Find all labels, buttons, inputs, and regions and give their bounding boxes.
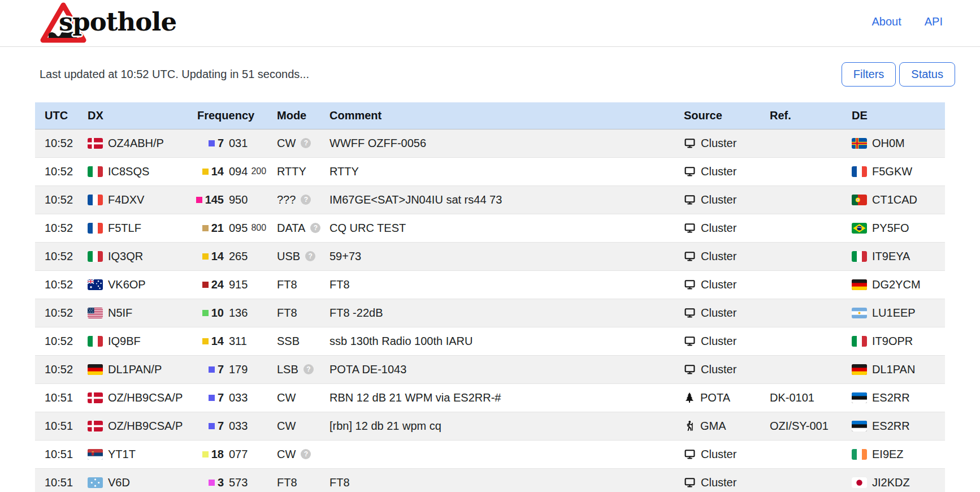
source-label: Cluster bbox=[701, 278, 736, 291]
monitor-icon bbox=[684, 222, 696, 234]
mode-help-icon[interactable]: ? bbox=[301, 195, 311, 205]
dx-callsign: OZ/HB9CSA/P bbox=[108, 391, 183, 404]
de-country-flag-icon bbox=[852, 138, 867, 149]
frequency-mhz: 21 bbox=[211, 222, 224, 235]
dx-cell: IC8SQS bbox=[85, 157, 192, 185]
mode-cell: CW bbox=[271, 412, 329, 440]
dx-callsign: IQ9BF bbox=[108, 335, 141, 347]
spots-table-body: 10:52 OZ4ABH/P 7 031 CW ? WWFF OZFF-0056 bbox=[35, 129, 945, 492]
source-cell: Cluster bbox=[678, 468, 763, 492]
source-label: Cluster bbox=[701, 193, 736, 206]
dx-cell: F5TLF bbox=[85, 214, 192, 242]
comment-cell: FT8 bbox=[329, 270, 678, 299]
tree-icon bbox=[684, 392, 695, 403]
spot-row: 10:52 F5TLF 21 095 800 DATA ? CQ URC TES… bbox=[35, 214, 945, 242]
dx-country-flag-icon: > bbox=[88, 449, 103, 460]
mode-help-icon[interactable]: ? bbox=[305, 251, 315, 261]
de-country-flag-icon bbox=[852, 449, 867, 460]
dx-country-flag-icon bbox=[88, 223, 103, 234]
frequency-mhz: 14 bbox=[211, 165, 224, 178]
band-marker-icon bbox=[202, 338, 209, 344]
de-cell: LU1EEP bbox=[845, 299, 945, 327]
ref-cell bbox=[763, 270, 845, 299]
dx-cell: V6D bbox=[85, 468, 192, 492]
de-country-flag-icon bbox=[852, 251, 867, 262]
ref-cell bbox=[763, 440, 845, 468]
status-button[interactable]: Status bbox=[899, 62, 955, 87]
comment-cell: CQ URC TEST bbox=[329, 214, 678, 242]
ref-cell bbox=[763, 299, 845, 327]
source-cell: Cluster bbox=[678, 299, 763, 327]
dx-country-flag-icon bbox=[88, 421, 103, 431]
hiker-icon bbox=[684, 420, 695, 431]
de-callsign: LU1EEP bbox=[872, 307, 916, 319]
ref-cell bbox=[763, 355, 845, 383]
source-cell: Cluster bbox=[678, 440, 763, 468]
mode-label: LSB bbox=[277, 363, 298, 376]
de-country-flag-icon bbox=[852, 336, 867, 347]
utc-cell: 10:52 bbox=[35, 157, 85, 185]
mode-cell: USB ? bbox=[271, 242, 329, 270]
de-callsign: EI9EZ bbox=[872, 448, 904, 460]
dx-country-flag-icon bbox=[88, 308, 103, 318]
dx-cell: F4DXV bbox=[85, 185, 192, 214]
frequency-cell: 145 950 bbox=[192, 185, 271, 214]
nav-link-api[interactable]: API bbox=[925, 15, 943, 28]
spot-row: 10:52 IQ3QR 14 265 USB ? 59+73 bbox=[35, 242, 945, 270]
source-cell: Cluster bbox=[678, 242, 763, 270]
de-country-flag-icon bbox=[852, 421, 867, 431]
source-label: Cluster bbox=[701, 222, 736, 235]
mode-cell: RTTY bbox=[271, 157, 329, 185]
band-marker-icon bbox=[202, 253, 209, 260]
mode-help-icon[interactable]: ? bbox=[301, 449, 311, 459]
frequency-cell: 7 031 bbox=[192, 129, 271, 157]
utc-cell: 10:52 bbox=[35, 129, 85, 157]
column-header-de: DE bbox=[845, 102, 945, 129]
mode-label: RTTY bbox=[277, 165, 306, 178]
mode-help-icon[interactable]: ? bbox=[303, 364, 314, 374]
mode-help-icon[interactable]: ? bbox=[310, 223, 320, 233]
source-label: POTA bbox=[700, 391, 730, 404]
utc-cell: 10:52 bbox=[35, 185, 85, 214]
spot-row: 10:52 OZ4ABH/P 7 031 CW ? WWFF OZFF-0056 bbox=[35, 129, 945, 157]
status-row: Last updated at 10:52 UTC. Updating in 5… bbox=[35, 61, 955, 87]
mode-label: FT8 bbox=[277, 278, 297, 291]
frequency-khz: 077 bbox=[229, 448, 248, 461]
mode-label: CW bbox=[277, 137, 296, 150]
dx-callsign: F4DXV bbox=[108, 193, 144, 206]
frequency-mhz: 14 bbox=[211, 335, 224, 348]
utc-cell: 10:51 bbox=[35, 412, 85, 440]
de-cell: IT9OPR bbox=[845, 327, 945, 355]
spot-row: 10:51 >YT1T 18 077 CW ? Cluste bbox=[35, 440, 945, 468]
de-cell: DL1PAN bbox=[845, 355, 945, 383]
frequency-sub-khz: 200 bbox=[251, 166, 266, 176]
band-marker-icon bbox=[202, 225, 209, 231]
column-header-mode: Mode bbox=[271, 102, 329, 129]
spot-row: 10:52 F4DXV 145 950 ??? ? IM67GE<SAT>JN0… bbox=[35, 185, 945, 214]
comment-cell: RBN 12 dB 21 WPM via ES2RR-# bbox=[329, 383, 678, 412]
filters-button[interactable]: Filters bbox=[842, 62, 896, 87]
site-logo[interactable]: spothole bbox=[40, 2, 220, 46]
frequency-khz: 915 bbox=[229, 278, 248, 291]
source-cell: Cluster bbox=[678, 214, 763, 242]
de-cell: CT1CAD bbox=[845, 185, 945, 214]
source-cell: Cluster bbox=[678, 129, 763, 157]
band-marker-icon bbox=[209, 366, 215, 373]
nav-link-about[interactable]: About bbox=[871, 15, 901, 28]
comment-cell: FT8 bbox=[329, 468, 678, 492]
frequency-cell: 14 265 bbox=[192, 242, 271, 270]
de-callsign: ES2RR bbox=[872, 391, 910, 404]
frequency-mhz: 3 bbox=[218, 476, 224, 489]
mode-help-icon[interactable]: ? bbox=[301, 138, 311, 148]
last-updated-text: Last updated at 10:52 UTC. Updating in 5… bbox=[35, 68, 309, 81]
de-callsign: ES2RR bbox=[872, 420, 910, 432]
mode-cell: DATA ? bbox=[271, 214, 329, 242]
utc-cell: 10:51 bbox=[35, 468, 85, 492]
ref-cell bbox=[763, 129, 845, 157]
frequency-cell: 3 573 bbox=[192, 468, 271, 492]
frequency-mhz: 145 bbox=[205, 193, 224, 206]
utc-cell: 10:51 bbox=[35, 383, 85, 412]
de-cell: JI2KDZ bbox=[845, 468, 945, 492]
monitor-icon bbox=[684, 307, 696, 318]
de-country-flag-icon bbox=[852, 308, 867, 318]
